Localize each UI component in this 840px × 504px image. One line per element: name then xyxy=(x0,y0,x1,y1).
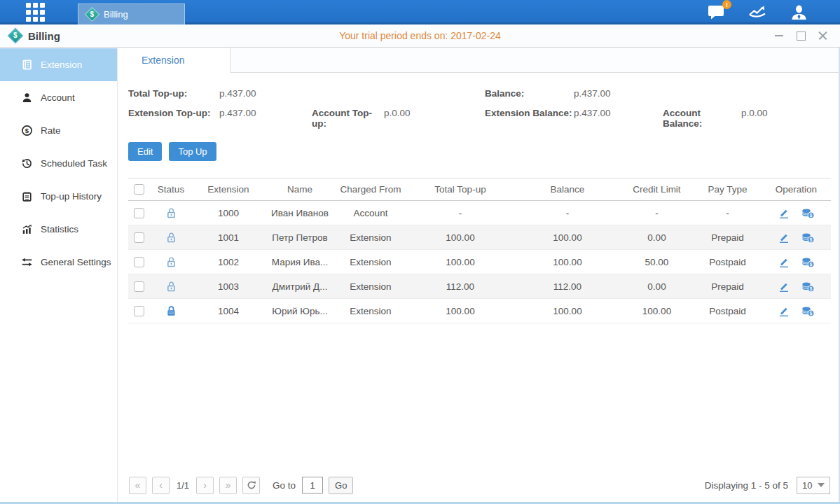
top-up-row-icon[interactable]: $ xyxy=(801,281,815,293)
cell-pay-type: - xyxy=(694,201,762,225)
select-all-checkbox[interactable] xyxy=(134,184,144,195)
cell-extension: 1001 xyxy=(193,225,264,250)
sidebar-item-scheduled-task[interactable]: Scheduled Task xyxy=(0,147,117,180)
top-up-row-icon[interactable]: $ xyxy=(801,232,815,244)
cell-balance: 100.00 xyxy=(515,225,620,250)
account-icon xyxy=(21,92,33,104)
row-checkbox[interactable] xyxy=(134,257,144,267)
extension-balance-label: Extension Balance: xyxy=(485,108,574,118)
close-button[interactable] xyxy=(818,31,827,41)
edit-row-icon[interactable] xyxy=(778,232,790,244)
sidebar-item-statistics[interactable]: Statistics xyxy=(0,213,117,246)
cell-pay-type: Prepaid xyxy=(694,274,762,299)
first-page-button[interactable]: « xyxy=(129,477,146,494)
cell-extension: 1002 xyxy=(193,250,264,274)
column-header-balance: Balance xyxy=(515,178,620,201)
topup-history-icon xyxy=(21,190,33,202)
account-topup-label: Account Top-up: xyxy=(312,108,384,129)
cell-pay-type: Prepaid xyxy=(694,225,762,250)
sidebar: Extension Account $ Rate xyxy=(0,48,118,504)
table-row: 1002 Мария Ива... Extension 100.00 100.0… xyxy=(128,250,831,274)
refresh-button[interactable] xyxy=(242,477,260,494)
minimize-button[interactable] xyxy=(774,31,784,41)
edit-button[interactable]: Edit xyxy=(128,142,162,161)
table-row: 1000 Иван Иванов Account - - - - xyxy=(128,201,831,225)
sidebar-item-general-settings[interactable]: General Settings xyxy=(0,246,117,279)
sidebar-item-label: Statistics xyxy=(41,224,78,234)
sidebar-item-label: General Settings xyxy=(41,257,111,267)
column-header-pay-type: Pay Type xyxy=(694,178,762,201)
general-settings-icon xyxy=(21,256,33,268)
cell-extension: 1004 xyxy=(193,299,264,323)
cell-credit-limit: 0.00 xyxy=(620,225,694,250)
cell-charged-from: Extension xyxy=(336,299,406,323)
row-checkbox[interactable] xyxy=(134,208,144,218)
goto-label: Go to xyxy=(273,480,296,491)
maximize-button[interactable] xyxy=(796,31,806,41)
top-up-row-icon[interactable]: $ xyxy=(801,305,815,317)
go-button[interactable]: Go xyxy=(329,477,353,494)
sidebar-item-label: Account xyxy=(41,92,75,103)
cell-balance: 100.00 xyxy=(515,250,620,274)
next-page-button[interactable]: › xyxy=(196,477,214,494)
statistics-chart-icon[interactable] xyxy=(748,5,767,20)
svg-text:$: $ xyxy=(810,212,813,218)
notifications-chat-icon[interactable]: ! xyxy=(708,4,726,20)
sidebar-item-account[interactable]: Account xyxy=(0,81,117,114)
status-unlocked-icon xyxy=(165,207,177,219)
sidebar-item-label: Scheduled Task xyxy=(41,158,107,169)
column-header-name: Name xyxy=(264,178,336,201)
last-page-button[interactable]: » xyxy=(219,477,237,494)
sidebar-item-label: Rate xyxy=(41,125,61,136)
svg-text:$: $ xyxy=(810,261,813,267)
cell-name: Иван Иванов xyxy=(264,201,336,225)
account-balance-value: p.0.00 xyxy=(741,108,768,118)
column-header-extension: Extension xyxy=(193,178,264,201)
statistics-icon xyxy=(21,223,33,235)
extension-topup-value: p.437.00 xyxy=(219,108,256,118)
cell-total-topup: 112.00 xyxy=(406,274,515,299)
cell-pay-type: Postpaid xyxy=(694,250,762,274)
cell-charged-from: Extension xyxy=(336,274,406,299)
status-unlocked-icon xyxy=(165,256,177,268)
edit-row-icon[interactable] xyxy=(778,305,790,317)
app-grid-icon[interactable] xyxy=(26,3,45,22)
edit-row-icon[interactable] xyxy=(778,256,790,268)
top-up-row-icon[interactable]: $ xyxy=(801,207,815,219)
sidebar-item-topup-history[interactable]: Top-up History xyxy=(0,180,117,213)
extension-balance-value: p.437.00 xyxy=(574,108,611,118)
taskbar-tab-label: Billing xyxy=(104,9,128,20)
window-title-bar: $ Billing Your trial period ends on: 201… xyxy=(0,24,840,48)
row-checkbox[interactable] xyxy=(134,281,144,292)
row-checkbox[interactable] xyxy=(134,306,144,316)
cell-credit-limit: 0.00 xyxy=(620,274,694,299)
cell-credit-limit: 50.00 xyxy=(620,250,694,274)
status-unlocked-icon xyxy=(165,281,177,293)
sidebar-item-extension[interactable]: Extension xyxy=(0,48,117,81)
cell-total-topup: 100.00 xyxy=(406,250,515,274)
cell-balance: - xyxy=(515,201,620,225)
page-size-select[interactable]: 10 xyxy=(797,477,830,494)
row-checkbox[interactable] xyxy=(134,232,144,243)
sidebar-item-rate[interactable]: $ Rate xyxy=(0,114,117,147)
goto-page-input[interactable] xyxy=(302,477,323,493)
tab-extension[interactable]: Extension xyxy=(128,48,230,73)
pagination-bar: « ‹ 1/1 › » Go to Go Displaying 1 - 5 of… xyxy=(129,475,830,495)
notification-badge: ! xyxy=(722,0,731,9)
svg-text:$: $ xyxy=(810,286,813,291)
table-header-row: Status Extension Name Charged From Total… xyxy=(128,178,831,201)
trial-notice: Your trial period ends on: 2017-02-24 xyxy=(339,30,501,41)
top-up-row-icon[interactable]: $ xyxy=(801,256,815,268)
user-account-icon[interactable] xyxy=(790,4,808,21)
extension-topup-label: Extension Top-up: xyxy=(128,108,219,118)
taskbar-tab-billing[interactable]: $ Billing xyxy=(78,4,185,24)
column-header-status: Status xyxy=(149,178,193,201)
top-up-button[interactable]: Top Up xyxy=(169,142,216,161)
edit-row-icon[interactable] xyxy=(778,281,790,293)
edit-row-icon[interactable] xyxy=(778,207,790,219)
prev-page-button[interactable]: ‹ xyxy=(152,477,170,494)
account-topup-value: p.0.00 xyxy=(384,108,411,118)
balance-label: Balance: xyxy=(485,88,574,99)
billing-diamond-icon: $ xyxy=(8,28,24,44)
scheduled-task-icon xyxy=(21,158,33,169)
